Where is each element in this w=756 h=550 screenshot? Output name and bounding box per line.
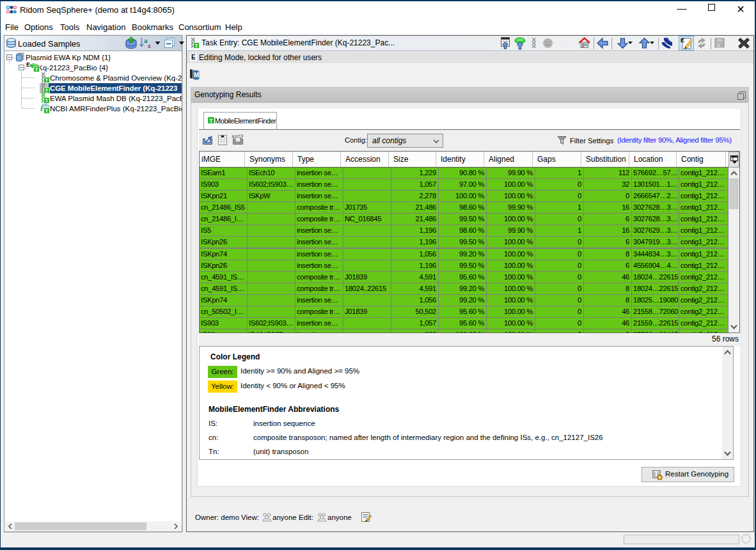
svg-text:E: E (26, 61, 30, 68)
svg-text:M: M (194, 72, 199, 79)
svg-text:AGT: AGT (232, 134, 240, 139)
svg-text:T: T (35, 67, 38, 72)
svg-text:E: E (681, 37, 684, 43)
svg-text:z: z (148, 42, 151, 49)
svg-text:T: T (209, 118, 213, 124)
